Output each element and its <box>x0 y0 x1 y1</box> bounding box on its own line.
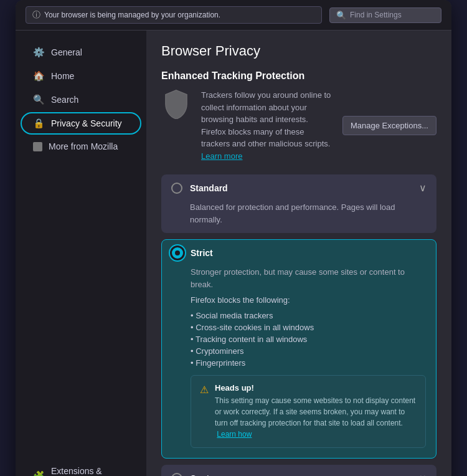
info-icon: ⓘ <box>32 9 40 21</box>
extensions-icon: 🧩 <box>33 470 45 477</box>
strict-label: Strict <box>191 248 426 258</box>
custom-option-card: Custom ∨ Choose which trackers and scrip… <box>161 465 436 476</box>
sidebar-item-extensions[interactable]: 🧩 Extensions & Themes <box>21 460 141 477</box>
sidebar-item-label: Extensions & Themes <box>51 466 129 477</box>
home-icon: 🏠 <box>33 70 45 82</box>
heads-up-content: Heads up! This setting may cause some we… <box>215 383 417 440</box>
manage-exceptions-button[interactable]: Manage Exceptions... <box>342 116 436 135</box>
strict-details: Stronger protection, but may cause some … <box>162 266 436 458</box>
blocks-list: Social media trackers Cross-site cookies… <box>191 310 426 369</box>
sidebar-item-privacy[interactable]: 🔒 Privacy & Security <box>21 112 141 135</box>
settings-window: ⓘ Your browser is being managed by your … <box>16 0 451 476</box>
custom-label: Custom <box>190 474 412 477</box>
sidebar-item-general[interactable]: ⚙️ General <box>21 41 141 64</box>
managed-notice: ⓘ Your browser is being managed by your … <box>26 6 322 24</box>
sidebar: ⚙️ General 🏠 Home 🔍 Search 🔒 Privacy & S… <box>16 31 146 476</box>
find-search-icon: 🔍 <box>336 11 346 20</box>
blocks-item: Tracking content in all windows <box>191 333 426 345</box>
strict-option-card: Strict Stronger protection, but may caus… <box>161 239 436 459</box>
shield-icon <box>161 89 191 119</box>
strict-radio-inner <box>175 250 180 255</box>
standard-chevron-icon: ∨ <box>419 182 427 194</box>
standard-description: Balanced for protection and performance.… <box>161 201 436 233</box>
tracking-description: Trackers follow you around online to col… <box>201 89 333 162</box>
sidebar-item-label: More from Mozilla <box>49 141 118 151</box>
sidebar-item-mozilla[interactable]: More from Mozilla <box>21 136 141 157</box>
custom-chevron-icon: ∨ <box>419 472 427 476</box>
content-area: ⚙️ General 🏠 Home 🔍 Search 🔒 Privacy & S… <box>16 31 451 476</box>
sidebar-item-home[interactable]: 🏠 Home <box>21 65 141 87</box>
standard-label: Standard <box>190 183 412 193</box>
custom-radio[interactable] <box>171 473 182 477</box>
strict-description: Stronger protection, but may cause some … <box>191 266 426 295</box>
main-content: Browser Privacy Enhanced Tracking Protec… <box>146 31 451 476</box>
sidebar-item-label: Search <box>51 95 78 105</box>
sidebar-item-label: General <box>51 47 82 57</box>
heads-up-box: ⚠ Heads up! This setting may cause some … <box>191 375 426 448</box>
blocks-item: Fingerprinters <box>191 357 426 369</box>
blocks-item: Cross-site cookies in all windows <box>191 321 426 333</box>
learn-how-link[interactable]: Learn how <box>217 430 252 439</box>
lock-icon: 🔒 <box>33 118 45 129</box>
sidebar-item-label: Privacy & Security <box>51 118 122 128</box>
strict-option-header[interactable]: Strict <box>162 240 436 266</box>
heads-up-title: Heads up! <box>215 383 417 393</box>
section-title: Enhanced Tracking Protection <box>161 70 436 82</box>
warning-icon: ⚠ <box>200 384 209 396</box>
blocks-label: Firefox blocks the following: <box>191 295 426 305</box>
search-icon: 🔍 <box>33 94 45 105</box>
find-settings-placeholder: Find in Settings <box>350 11 402 19</box>
sidebar-item-label: Home <box>51 71 74 81</box>
heads-up-text: This setting may cause some websites to … <box>215 395 417 440</box>
strict-radio[interactable] <box>172 247 183 259</box>
top-bar: ⓘ Your browser is being managed by your … <box>16 0 451 31</box>
blocks-item: Social media trackers <box>191 310 426 321</box>
page-title: Browser Privacy <box>161 43 436 59</box>
learn-more-link[interactable]: Learn more <box>201 151 242 161</box>
standard-option-header[interactable]: Standard ∨ <box>161 174 436 201</box>
blocks-item: Cryptominers <box>191 345 426 357</box>
standard-option-card: Standard ∨ Balanced for protection and p… <box>161 174 436 233</box>
sidebar-item-search[interactable]: 🔍 Search <box>21 88 141 111</box>
mozilla-icon <box>33 142 42 151</box>
tracking-info: Trackers follow you around online to col… <box>161 89 436 162</box>
standard-radio[interactable] <box>171 183 182 194</box>
managed-notice-text: Your browser is being managed by your or… <box>44 11 220 19</box>
custom-option-header[interactable]: Custom ∨ <box>161 465 436 476</box>
general-icon: ⚙️ <box>33 47 45 58</box>
find-settings-input[interactable]: 🔍 Find in Settings <box>329 7 441 23</box>
